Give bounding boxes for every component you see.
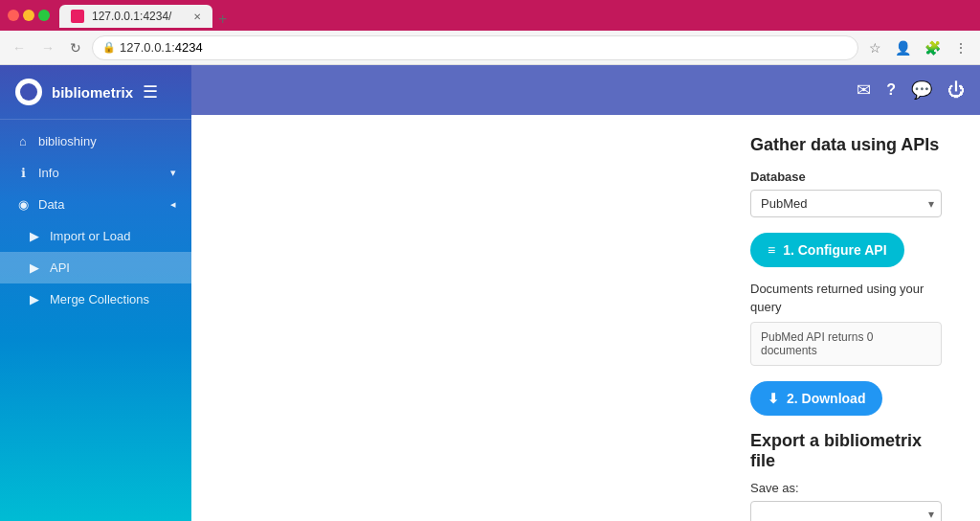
bookmark-button[interactable]: ☆ [864,38,886,57]
sidebar-info-label: Info [38,166,59,180]
tab-title: 127.0.0.1:4234/ [92,10,171,23]
sidebar-item-import[interactable]: ▶ Import or Load [0,220,191,252]
topnav-right: ✉ ? 💬 ⏻ [857,79,965,101]
sidebar-item-merge[interactable]: ▶ Merge Collections [0,283,191,315]
sidebar: bibliometrix ☰ ⌂ biblioshiny ℹ Info ▾ ◉ … [0,65,191,521]
data-icon: ◉ [15,197,31,212]
browser-toolbar: ← → ↻ 🔒 127.0.0.1:4234 ☆ 👤 🧩 ⋮ [0,31,980,65]
power-icon[interactable]: ⏻ [947,80,965,101]
help-icon[interactable]: ? [886,81,896,99]
hamburger-button[interactable]: ☰ [143,81,158,102]
sidebar-item-info[interactable]: ℹ Info ▾ [0,157,191,189]
sidebar-merge-label: Merge Collections [50,292,149,306]
mail-icon[interactable]: ✉ [857,79,871,101]
sidebar-import-label: Import or Load [50,229,131,243]
query-result-box: PubMed API returns 0 documents [750,322,942,366]
topnav: ✉ ? 💬 ⏻ [191,65,980,115]
app-logo [15,79,42,105]
save-select-wrapper: ▾ [750,501,942,521]
tab-close-button[interactable]: ✕ [193,11,201,22]
database-select-wrapper: PubMed Scopus Web of Science ▾ [750,190,942,217]
sidebar-item-user[interactable]: ⌂ biblioshiny [0,125,191,157]
new-tab-button[interactable]: + [212,11,233,28]
toolbar-actions: ☆ 👤 🧩 ⋮ [864,38,972,57]
app-title: bibliometrix [52,84,133,101]
back-button[interactable]: ← [8,38,31,57]
address-bar[interactable]: 🔒 127.0.0.1:4234 [92,35,858,60]
tab-favicon [71,10,84,23]
content-area: Gather data using APIs Database PubMed S… [191,115,980,521]
merge-arrow-icon: ▶ [27,292,42,306]
address-port: 4234 [175,40,203,55]
database-select[interactable]: PubMed Scopus Web of Science [750,190,942,217]
chevron-down-icon: ▾ [170,167,176,179]
browser-chrome: 127.0.0.1:4234/ ✕ + ← → ↻ 🔒 127.0.0.1:42… [0,0,980,65]
maximize-button[interactable] [38,10,50,21]
download-button[interactable]: ⬇ 2. Download [750,381,882,416]
api-arrow-icon: ▶ [27,260,42,275]
sidebar-data-label: Data [38,197,64,212]
sidebar-nav: ⌂ biblioshiny ℹ Info ▾ ◉ Data ◂ ▶ Import… [0,120,191,521]
reload-button[interactable]: ↻ [65,38,86,57]
export-title: Export a bibliometrix file [750,431,942,471]
import-arrow-icon: ▶ [27,229,42,243]
browser-tab[interactable]: 127.0.0.1:4234/ ✕ [59,5,212,28]
gather-title: Gather data using APIs [750,134,942,156]
configure-api-button[interactable]: ≡ 1. Configure API [750,233,904,267]
menu-button[interactable]: ⋮ [949,38,972,57]
tab-bar: 127.0.0.1:4234/ ✕ + [59,3,233,28]
sidebar-item-api[interactable]: ▶ API [0,252,191,283]
user-icon: ⌂ [15,134,31,148]
minimize-button[interactable] [23,10,34,21]
app-container: bibliometrix ☰ ⌂ biblioshiny ℹ Info ▾ ◉ … [0,65,980,521]
browser-titlebar: 127.0.0.1:4234/ ✕ + [0,0,980,31]
info-icon: ℹ [15,166,31,180]
download-arrow-icon: ⬇ [768,391,779,406]
profile-button[interactable]: 👤 [890,38,916,57]
chat-icon[interactable]: 💬 [911,79,932,101]
save-select[interactable] [750,501,942,521]
configure-filter-icon: ≡ [768,242,775,258]
save-label: Save as: [750,481,942,495]
download-label: 2. Download [787,391,865,406]
forward-button[interactable]: → [36,38,59,57]
gather-section: Gather data using APIs Database PubMed S… [750,134,942,416]
extensions-button[interactable]: 🧩 [920,38,946,57]
window-controls [8,10,50,21]
query-label: Documents returned using your query [750,281,942,315]
sidebar-api-label: API [50,260,70,275]
configure-api-label: 1. Configure API [783,242,886,258]
database-label: Database [750,170,942,184]
sidebar-header: bibliometrix ☰ [0,65,191,120]
right-side: ✉ ? 💬 ⏻ Gather data using APIs Database … [191,65,980,521]
right-panel: Gather data using APIs Database PubMed S… [750,134,942,521]
chevron-left-icon: ◂ [170,198,176,211]
sidebar-user-label: biblioshiny [38,134,97,148]
main-content: Gather data using APIs Database PubMed S… [191,115,980,521]
lock-icon: 🔒 [102,41,116,54]
logo-inner [20,83,37,101]
close-button[interactable] [8,10,19,21]
address-prefix: 127.0.0.1: [120,40,175,55]
sidebar-item-data[interactable]: ◉ Data ◂ [0,189,191,220]
export-section: Export a bibliometrix file Save as: ▾ [750,431,942,521]
address-text: 127.0.0.1:4234 [120,40,203,55]
